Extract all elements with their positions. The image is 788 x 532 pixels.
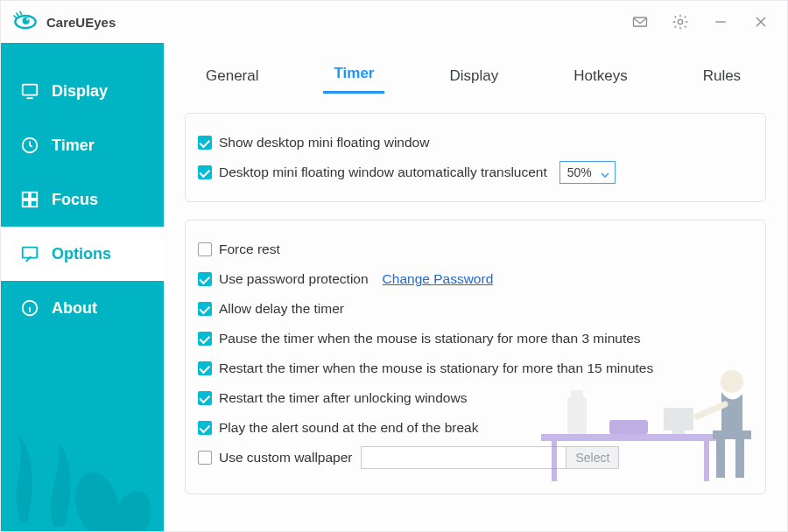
svg-rect-14 [31, 200, 37, 206]
svg-point-2 [26, 18, 29, 21]
wallpaper-path-input[interactable] [361, 446, 566, 469]
tab-display[interactable]: Display [439, 67, 509, 94]
tab-rules[interactable]: Rules [693, 67, 751, 94]
grid-icon [20, 190, 39, 209]
svg-rect-12 [31, 192, 37, 199]
sidebar-item-label: About [52, 299, 97, 318]
tabs: General Timer Display Hotkeys Rules [185, 43, 766, 94]
tab-hotkeys[interactable]: Hotkeys [563, 67, 637, 94]
svg-rect-15 [23, 248, 38, 258]
tab-general[interactable]: General [195, 67, 269, 94]
svg-rect-13 [23, 200, 29, 206]
svg-rect-8 [23, 85, 38, 95]
checkbox-restart-stationary[interactable] [198, 361, 212, 375]
eye-icon [13, 10, 38, 34]
svg-point-20 [107, 486, 158, 531]
sidebar: Display Timer Focus Options About [1, 43, 164, 531]
sidebar-item-timer[interactable]: Timer [1, 118, 164, 172]
titlebar: CareUEyes [1, 1, 787, 43]
mail-icon[interactable] [626, 8, 654, 36]
window: CareUEyes Display Tim [0, 0, 788, 532]
svg-point-4 [678, 19, 682, 24]
content: General Timer Display Hotkeys Rules Show… [164, 43, 787, 531]
label-allow-delay: Allow delay the timer [219, 301, 344, 317]
label-translucent: Desktop mini floating window automatical… [219, 164, 547, 180]
panel-mini-window: Show desktop mini floating window Deskto… [185, 113, 766, 202]
checkbox-show-mini[interactable] [198, 136, 212, 150]
panel-timer-options: Force rest Use password protection Chang… [185, 220, 766, 494]
change-password-link[interactable]: Change Password [383, 271, 494, 287]
checkbox-wallpaper[interactable] [198, 451, 212, 465]
app-logo: CareUEyes [13, 10, 116, 34]
clock-icon [20, 136, 39, 155]
checkbox-translucent[interactable] [198, 165, 212, 179]
sidebar-item-about[interactable]: About [1, 281, 164, 335]
monitor-icon [20, 81, 39, 101]
sidebar-item-label: Timer [52, 136, 95, 155]
svg-point-19 [68, 467, 126, 531]
label-alert-sound: Play the alert sound at the end of the b… [219, 420, 478, 436]
window-controls [626, 8, 780, 36]
svg-point-1 [23, 18, 30, 24]
checkbox-password[interactable] [198, 272, 212, 286]
svg-rect-3 [634, 18, 647, 26]
sidebar-item-label: Focus [52, 191, 98, 209]
options-icon [20, 244, 39, 263]
label-restart-stationary: Restart the timer when the mouse is stat… [219, 360, 653, 376]
minimize-button[interactable] [707, 8, 735, 36]
checkbox-pause-stationary[interactable] [198, 332, 212, 346]
wallpaper-select-button[interactable]: Select [566, 446, 619, 469]
app-name: CareUEyes [46, 15, 116, 30]
label-force-rest: Force rest [219, 242, 280, 257]
translucent-select[interactable]: 50% [559, 161, 616, 184]
chevron-down-icon [601, 168, 609, 177]
label-restart-unlock: Restart the timer after unlocking window… [219, 390, 467, 406]
sidebar-item-focus[interactable]: Focus [1, 172, 164, 227]
label-wallpaper: Use custom wallpaper [219, 450, 352, 466]
label-show-mini: Show desktop mini floating window [219, 135, 429, 150]
gear-icon[interactable] [666, 8, 694, 36]
checkbox-alert-sound[interactable] [198, 421, 212, 435]
sidebar-item-options[interactable]: Options [1, 227, 164, 281]
decorative-leaves [1, 374, 164, 531]
checkbox-restart-unlock[interactable] [198, 391, 212, 405]
sidebar-item-display[interactable]: Display [1, 64, 164, 118]
sidebar-item-label: Options [52, 245, 111, 263]
label-pause-stationary: Pause the timer when the mouse is statio… [219, 331, 641, 346]
sidebar-item-label: Display [52, 82, 108, 101]
tab-timer[interactable]: Timer [323, 65, 384, 94]
svg-rect-11 [23, 192, 29, 199]
checkbox-allow-delay[interactable] [198, 302, 212, 316]
translucent-value: 50% [567, 165, 592, 179]
close-button[interactable] [747, 8, 775, 36]
label-password: Use password protection [219, 271, 369, 287]
info-icon [20, 298, 39, 318]
checkbox-force-rest[interactable] [198, 242, 212, 256]
